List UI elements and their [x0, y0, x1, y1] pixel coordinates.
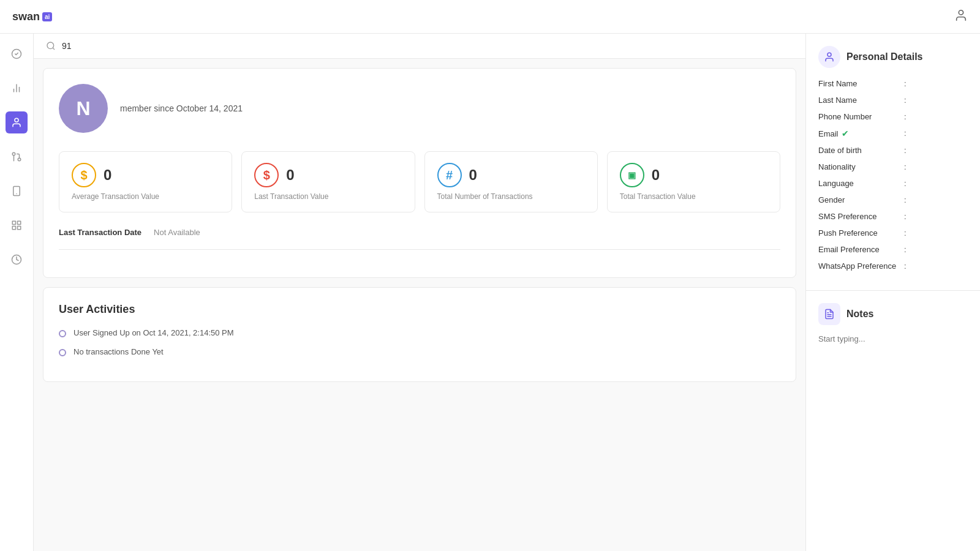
detail-colon-2: : [904, 96, 907, 105]
activity-item-2: No transactions Done Yet [59, 347, 780, 356]
detail-label-language: Language [818, 179, 904, 188]
panel-header: Personal Details [818, 46, 968, 68]
activity-dot [59, 330, 66, 337]
total-val-value: 0 [652, 167, 660, 184]
total-val-icon: ▣ [620, 163, 644, 187]
detail-colon-5: : [904, 146, 907, 155]
detail-label-emailpref: Email Preference [818, 245, 904, 254]
notes-title: Notes [846, 309, 873, 320]
detail-label-sms: SMS Preference [818, 212, 904, 221]
detail-colon-7: : [904, 179, 907, 188]
detail-row-email: Email ✔ : [818, 129, 968, 138]
stat-card-last: $ 0 Last Transaction Value [241, 151, 415, 212]
detail-row-nationality: Nationality : [818, 162, 968, 171]
main-layout: N member since October 14, 2021 $ 0 Aver… [0, 34, 980, 551]
detail-row-push: Push Preference : [818, 228, 968, 238]
personal-details-title: Personal Details [846, 51, 923, 62]
detail-row-gender: Gender : [818, 195, 968, 204]
activity-text-1: User Signed Up on Oct 14, 2021, 2:14:50 … [74, 328, 234, 337]
activities-title: User Activities [59, 303, 780, 316]
last-label: Last Transaction Value [254, 192, 402, 201]
detail-label-dob: Date of birth [818, 146, 904, 155]
svg-point-5 [15, 118, 18, 122]
detail-row-emailpref: Email Preference : [818, 245, 968, 254]
detail-colon-8: : [904, 195, 907, 204]
personal-details-icon [818, 46, 840, 68]
detail-colon-11: : [904, 245, 907, 254]
detail-label-phone: Phone Number [818, 112, 904, 121]
last-transaction-value: Not Available [154, 228, 200, 237]
sidebar-item-settings[interactable] [6, 214, 28, 236]
activity-text-2: No transactions Done Yet [74, 347, 164, 356]
logo-text: swan [12, 10, 40, 23]
detail-colon-3: : [904, 112, 907, 121]
detail-colon-10: : [904, 228, 907, 238]
content-area: N member since October 14, 2021 $ 0 Aver… [34, 34, 980, 551]
sidebar-item-mobile[interactable] [6, 180, 28, 202]
svg-point-16 [47, 42, 54, 49]
svg-line-17 [53, 48, 55, 50]
avg-label: Average Transaction Value [72, 192, 219, 201]
svg-point-18 [827, 53, 831, 56]
detail-label-lastname: Last Name [818, 96, 904, 105]
header-user-icon[interactable] [954, 9, 968, 24]
detail-colon-12: : [904, 261, 907, 271]
main-content: N member since October 14, 2021 $ 0 Aver… [34, 34, 805, 551]
detail-colon-4: : [904, 129, 907, 138]
detail-row-lastname: Last Name : [818, 96, 968, 105]
notes-icon [818, 303, 840, 325]
stats-grid: $ 0 Average Transaction Value $ 0 Last T… [59, 151, 780, 212]
detail-colon-6: : [904, 162, 907, 171]
member-since: member since October 14, 2021 [120, 103, 243, 113]
search-icon [46, 41, 56, 51]
svg-rect-11 [12, 221, 15, 224]
search-input[interactable] [62, 41, 184, 51]
right-panel: Personal Details First Name : Last Name … [805, 34, 980, 551]
notes-section: Notes [806, 291, 980, 377]
avg-value: 0 [104, 167, 111, 184]
logo-box: ai [42, 12, 52, 21]
last-icon: $ [254, 163, 279, 187]
notes-textarea[interactable] [818, 334, 968, 362]
activities-section: User Activities User Signed Up on Oct 14… [43, 287, 796, 382]
stat-card-total-num: # 0 Total Number of Transactions [424, 151, 598, 212]
sidebar-item-chart[interactable] [6, 77, 28, 99]
total-val-label: Total Transaction Value [620, 192, 767, 201]
detail-label-whatsapp: WhatsApp Preference [818, 261, 904, 271]
detail-row-sms: SMS Preference : [818, 212, 968, 221]
search-bar [34, 34, 805, 59]
email-verified-icon: ✔ [842, 129, 849, 138]
last-transaction-row: Last Transaction Date Not Available [59, 228, 780, 250]
detail-row-dob: Date of birth : [818, 146, 968, 155]
sidebar-item-user[interactable] [6, 111, 28, 133]
activity-dot-2 [59, 349, 66, 356]
svg-rect-12 [18, 221, 21, 224]
detail-label-firstname: First Name [818, 79, 904, 88]
sidebar-item-git[interactable] [6, 146, 28, 168]
svg-rect-13 [18, 227, 21, 230]
total-num-value: 0 [469, 167, 477, 184]
svg-point-0 [959, 10, 963, 15]
detail-label-nationality: Nationality [818, 162, 904, 171]
avatar: N [59, 84, 108, 133]
profile-header: N member since October 14, 2021 [59, 84, 780, 133]
personal-details-section: Personal Details First Name : Last Name … [806, 34, 980, 291]
stat-card-total-val: ▣ 0 Total Transaction Value [607, 151, 780, 212]
avg-icon: $ [72, 163, 96, 187]
detail-colon: : [904, 79, 907, 88]
app-header: swan ai [0, 0, 980, 34]
stat-card-avg: $ 0 Average Transaction Value [59, 151, 232, 212]
sidebar-item-check[interactable] [6, 43, 28, 65]
sidebar-item-clock[interactable] [6, 249, 28, 271]
sidebar [0, 34, 34, 551]
total-num-label: Total Number of Transactions [437, 192, 585, 201]
detail-colon-9: : [904, 212, 907, 221]
detail-row-firstname: First Name : [818, 79, 968, 88]
activity-item: User Signed Up on Oct 14, 2021, 2:14:50 … [59, 328, 780, 337]
detail-row-whatsapp: WhatsApp Preference : [818, 261, 968, 271]
detail-label-email: Email ✔ [818, 129, 904, 138]
logo: swan ai [12, 10, 52, 23]
notes-header: Notes [818, 303, 968, 325]
last-value: 0 [286, 167, 294, 184]
detail-label-gender: Gender [818, 195, 904, 204]
